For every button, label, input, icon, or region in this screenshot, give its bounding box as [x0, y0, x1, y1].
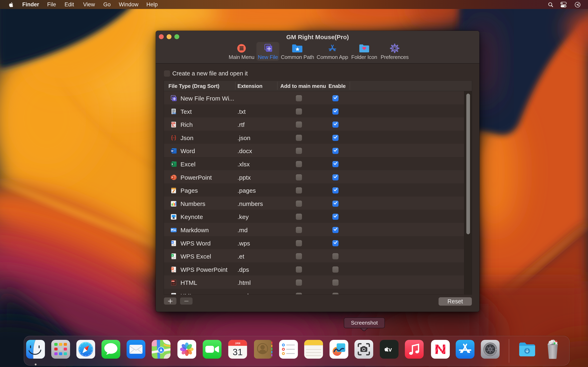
svg-text:</>: </> [172, 283, 175, 285]
svg-text:X: X [172, 163, 173, 166]
svg-text:P: P [172, 176, 173, 179]
svg-text:HTML: HTML [172, 281, 175, 282]
svg-text:W: W [172, 242, 173, 243]
svg-text:31: 31 [233, 347, 243, 357]
svg-text:S: S [172, 254, 173, 257]
svg-text:RTF: RTF [172, 123, 174, 124]
svg-text:W: W [171, 150, 173, 152]
svg-text:JAN: JAN [235, 342, 240, 345]
svg-text:P: P [172, 268, 173, 270]
svg-text:TXT: TXT [173, 113, 175, 114]
